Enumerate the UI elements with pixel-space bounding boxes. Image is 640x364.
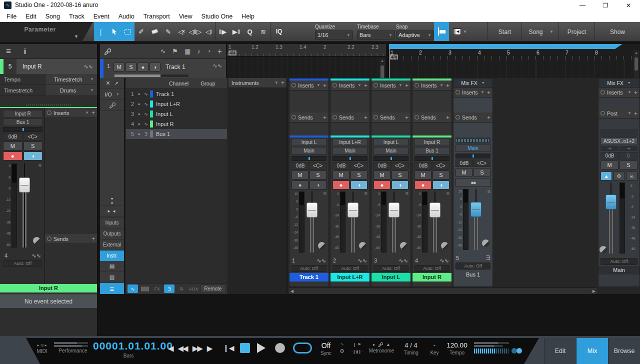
note-icon[interactable]: ♪ [197, 48, 200, 55]
chevron-down-icon[interactable]: ▼ [85, 110, 89, 115]
filter-fx-button[interactable]: FX [152, 284, 162, 293]
pan-slider[interactable] [3, 127, 42, 132]
banks-external-button[interactable]: External [100, 239, 124, 250]
mute-button[interactable]: M [414, 170, 432, 180]
mute-button[interactable]: M [292, 170, 308, 180]
automation-mode[interactable]: Auto: Off [414, 265, 450, 272]
monitor-button[interactable]: ◑ [310, 180, 326, 190]
record-arm-button[interactable]: ● [3, 152, 22, 160]
menu-edit[interactable]: Edit [21, 11, 41, 22]
collapse-vertical-button[interactable]: ▼▲ [100, 195, 124, 206]
strip-name[interactable]: Input L+R [330, 273, 370, 282]
automation-mode[interactable]: Auto: Off [456, 262, 490, 270]
edit-view-button[interactable]: Edit [544, 338, 576, 364]
chevron-down-icon[interactable]: ▼ [358, 83, 362, 88]
fader-handle[interactable] [430, 202, 440, 218]
automation-mode[interactable]: Auto: Off [4, 260, 42, 267]
prev-marker-icon[interactable]: ◀ [168, 344, 173, 353]
tempo-tap-meter[interactable] [474, 348, 508, 354]
add-send-button[interactable]: + [446, 114, 450, 121]
channel-list-row[interactable]: 2●∿Input L+R [126, 99, 227, 109]
autoscroll-button[interactable] [434, 22, 449, 41]
marquee-tool-icon[interactable] [121, 22, 134, 41]
pan-slider[interactable] [292, 156, 326, 161]
automation-mode[interactable]: Auto: Off [292, 265, 326, 272]
fader-menu-icon[interactable]: ≡ [324, 190, 326, 196]
pattern-grid-icon[interactable]: ▦ [184, 48, 190, 55]
input-route[interactable]: Input L [292, 138, 326, 146]
power-icon[interactable] [600, 90, 605, 94]
output-route[interactable]: Bus 1 [3, 118, 42, 126]
automation-mode[interactable]: Auto: Off [374, 265, 408, 272]
add-insert-button[interactable]: + [364, 82, 368, 89]
mono-icon[interactable]: Φ [613, 172, 624, 180]
pan-slider[interactable] [456, 154, 490, 158]
track-panel-toggle[interactable]: ◀ ▼ [451, 22, 469, 41]
pan-knob[interactable] [318, 242, 326, 250]
minimize-button[interactable]: — [571, 0, 594, 11]
fader-handle[interactable] [388, 202, 400, 218]
strip-name[interactable]: Input L [372, 273, 410, 282]
output-route[interactable]: Main [332, 147, 368, 154]
add-insert-button[interactable]: + [446, 82, 450, 89]
input-route[interactable]: Input L [374, 138, 408, 146]
fader-menu-icon[interactable]: ≡ [446, 190, 450, 196]
record-arm-button[interactable]: ● [374, 180, 390, 190]
menu-song[interactable]: Song [41, 11, 64, 22]
record-arm-button[interactable]: ● [138, 62, 148, 72]
power-icon[interactable] [292, 115, 296, 120]
mix-view-button[interactable]: Mix [576, 338, 608, 364]
limiter-icon[interactable]: ▲ [600, 172, 612, 180]
power-icon[interactable] [47, 110, 52, 115]
solo-button[interactable]: S [24, 142, 43, 150]
start-page-button[interactable]: Start [488, 22, 522, 42]
add-send-button[interactable]: + [364, 114, 368, 121]
mute-button[interactable]: M [456, 168, 472, 177]
automation-icon[interactable]: ∿ [160, 48, 166, 55]
metronome-controls[interactable]: ● ▲ Metronome [366, 342, 397, 354]
pan-value[interactable]: <C> [309, 162, 326, 170]
add-track-icon[interactable]: + [218, 47, 222, 56]
menu-studio-one[interactable]: Studio One [197, 11, 238, 22]
mixfx-header[interactable]: Mix FX▼ [454, 78, 492, 88]
play-button[interactable] [257, 343, 266, 353]
add-instrument-button[interactable]: + [281, 80, 284, 86]
mute-tool-icon[interactable]: ◁✕ [175, 22, 188, 41]
gain-value[interactable]: 0dB [374, 162, 391, 170]
arrow-tool-icon[interactable] [108, 22, 121, 41]
strip-name[interactable]: Track 1 [290, 273, 328, 282]
record-arm-button[interactable]: ● [332, 180, 350, 190]
fader-track[interactable] [604, 182, 618, 254]
solo-button[interactable]: S [432, 170, 450, 180]
monitor-button[interactable]: ◑ [392, 180, 408, 190]
gain-value[interactable]: 0dB [332, 162, 350, 170]
scrollbar-thumb[interactable] [634, 58, 638, 70]
power-icon[interactable] [456, 115, 460, 120]
fader-handle[interactable] [348, 202, 358, 218]
add-insert-button[interactable]: + [323, 82, 326, 89]
eraser-tool-icon[interactable] [148, 22, 162, 41]
gain-value[interactable]: 0dB [414, 162, 432, 170]
quantize-select[interactable]: 1/16▼ [315, 30, 353, 40]
channel-strip-inputr[interactable]: Inserts▼+ Sends+ Input R Bus 1 0dB<C> MS… [412, 78, 452, 287]
pan-knob[interactable] [33, 237, 40, 244]
scroll-right-icon[interactable]: ▶ [592, 289, 596, 294]
fader-track[interactable] [18, 164, 31, 248]
bend-tool-icon[interactable]: ◁‖▷ [188, 22, 202, 41]
scroll-left-icon[interactable]: ◀ [290, 289, 294, 294]
add-send-button[interactable]: + [405, 114, 408, 121]
banks-outputs-button[interactable]: Outputs [100, 228, 124, 239]
channel-list-row[interactable]: 3●∿Input L [126, 109, 227, 119]
scrollbar-thumb[interactable] [380, 66, 384, 78]
mixfx-header[interactable]: Mix FX▼ [598, 78, 640, 88]
menu-event[interactable]: Event [89, 11, 114, 22]
power-icon[interactable] [374, 83, 378, 88]
monitor-button[interactable]: ◑ [432, 180, 450, 190]
monitor-button[interactable]: ◑ [350, 180, 368, 190]
pan-slider[interactable] [414, 156, 450, 161]
io-toggle[interactable]: I/O▼ [100, 89, 124, 100]
add-insert-button[interactable]: + [487, 89, 490, 96]
channel-strip-inputlr[interactable]: Inserts▼+ Sends+ Input L+R Main 0dB<C> M… [330, 78, 370, 287]
gain-value[interactable]: 0dB [292, 162, 309, 170]
chevron-down-icon[interactable]: ▼ [316, 83, 320, 88]
